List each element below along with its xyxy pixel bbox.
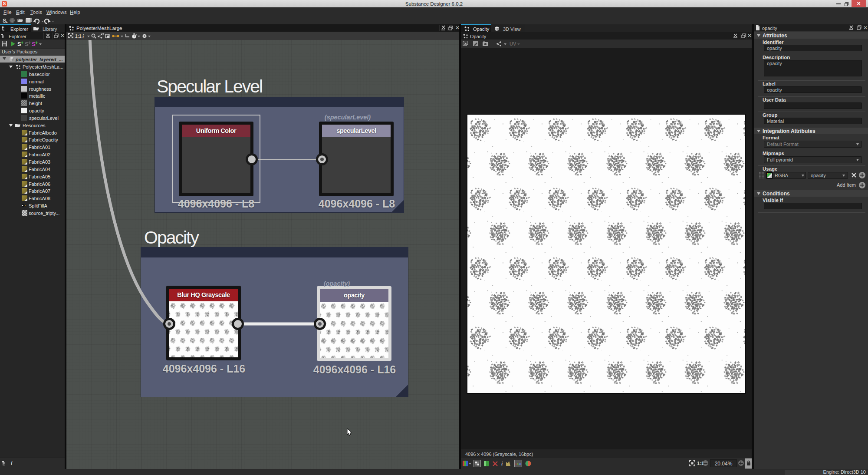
svg-text:i: i xyxy=(82,33,84,40)
svg-text:S: S xyxy=(17,41,21,47)
svg-text:UV: UV xyxy=(510,41,516,46)
svg-text:i: i xyxy=(501,461,503,467)
svg-text:S: S xyxy=(25,41,29,47)
svg-text:1:1: 1:1 xyxy=(75,34,82,39)
svg-text:+: + xyxy=(6,20,8,24)
svg-text:B: B xyxy=(519,462,522,465)
svg-text:S: S xyxy=(32,41,36,47)
